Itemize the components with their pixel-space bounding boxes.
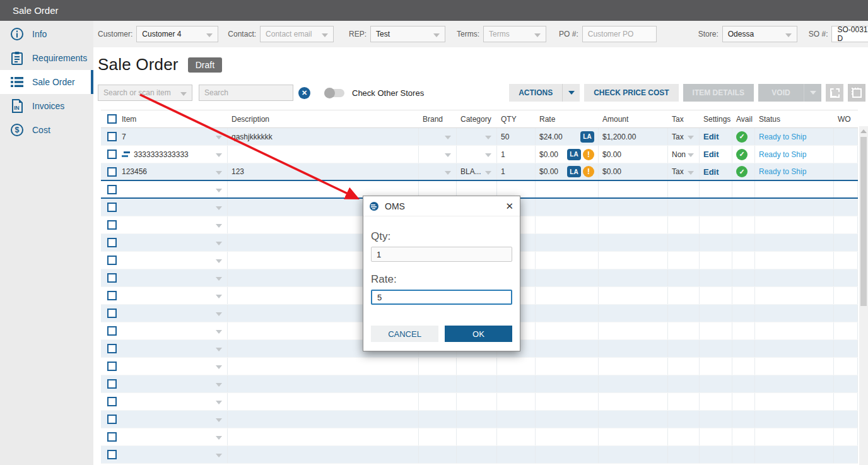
item-search-dropdown[interactable]: Search or scan item (98, 85, 192, 101)
row-checkbox[interactable] (107, 397, 117, 406)
item-dropdown[interactable]: 123456 (118, 163, 228, 180)
row-checkbox[interactable] (107, 362, 117, 371)
ok-button[interactable]: OK (445, 326, 512, 342)
tax-dropdown[interactable]: Tax (668, 163, 700, 180)
row-checkbox[interactable] (107, 273, 117, 283)
contact-dropdown[interactable]: Contact email (260, 26, 334, 42)
scroll-up-icon[interactable] (860, 129, 867, 133)
actions-button[interactable]: ACTIONS (509, 84, 562, 102)
row-checkbox[interactable] (107, 415, 117, 424)
scrollbar-thumb[interactable] (860, 137, 867, 306)
sidebar-item-invoices[interactable]: INInvoices (0, 94, 93, 118)
tax-dropdown[interactable]: Non (668, 146, 700, 163)
item-dropdown[interactable] (118, 375, 228, 392)
description-cell[interactable]: 123 (228, 163, 419, 180)
qty-cell[interactable]: 50 (497, 128, 536, 145)
qty-cell[interactable]: 1 (497, 146, 536, 163)
rate-field[interactable]: 5 (371, 290, 512, 305)
item-dropdown[interactable] (118, 446, 228, 463)
brand-dropdown[interactable] (419, 163, 457, 180)
row-checkbox[interactable] (107, 238, 117, 247)
layout-panel-button[interactable] (848, 84, 865, 102)
sidebar-item-requirements[interactable]: Requirements (0, 46, 93, 70)
rate-cell[interactable]: $24.00LA (536, 128, 599, 145)
row-checkbox[interactable] (107, 203, 117, 212)
row-checkbox[interactable] (107, 150, 117, 159)
so-input[interactable]: SO-0031318-D (831, 26, 868, 42)
rate-cell[interactable]: $0.00LA! (536, 163, 599, 180)
row-checkbox[interactable] (107, 344, 117, 353)
item-dropdown[interactable] (118, 340, 228, 357)
vertical-scrollbar[interactable] (859, 126, 868, 465)
qty-field[interactable]: 1 (371, 247, 512, 262)
actions-dropdown-button[interactable] (562, 84, 580, 102)
item-dropdown[interactable] (118, 199, 228, 216)
item-dropdown[interactable] (118, 287, 228, 304)
status-link[interactable]: Ready to Ship (759, 132, 806, 141)
row-checkbox[interactable] (107, 291, 117, 300)
edit-link[interactable]: Edit (703, 167, 719, 177)
check-other-stores-toggle[interactable] (324, 89, 344, 97)
store-dropdown[interactable]: Odessa (722, 26, 797, 42)
item-dropdown[interactable] (118, 393, 228, 410)
category-dropdown[interactable] (457, 128, 497, 145)
item-dropdown[interactable] (118, 428, 228, 445)
row-checkbox[interactable] (107, 256, 117, 265)
row-checkbox[interactable] (107, 220, 117, 230)
item-details-button[interactable]: ITEM DETAILS (683, 84, 754, 102)
check-price-cost-button[interactable]: CHECK PRICE COST (584, 84, 678, 102)
edit-link[interactable]: Edit (703, 150, 719, 159)
cancel-button[interactable]: CANCEL (371, 326, 438, 342)
void-dropdown-button[interactable] (804, 84, 821, 102)
status-link[interactable]: Ready to Ship (759, 150, 806, 159)
close-icon[interactable]: ✕ (505, 201, 513, 211)
sidebar-item-info[interactable]: Info (0, 22, 93, 46)
row-checkbox[interactable] (107, 432, 117, 442)
sidebar-item-cost[interactable]: $Cost (0, 118, 93, 142)
brand-dropdown[interactable] (419, 128, 457, 145)
terms-dropdown[interactable]: Terms (483, 26, 546, 42)
empty-cell (834, 375, 858, 392)
clear-search-button[interactable]: ✕ (298, 87, 310, 99)
search-input[interactable]: Search (199, 85, 293, 101)
row-checkbox[interactable] (107, 167, 117, 177)
item-dropdown[interactable]: 7 (118, 128, 228, 145)
select-all-checkbox[interactable] (107, 114, 117, 124)
status-link[interactable]: Ready to Ship (759, 167, 806, 176)
row-checkbox[interactable] (107, 450, 117, 459)
rate-cell[interactable]: $0.00LA! (536, 146, 599, 163)
row-checkbox[interactable] (107, 379, 117, 389)
edit-link[interactable]: Edit (703, 132, 719, 141)
dialog-titlebar[interactable]: OMS ✕ (363, 196, 520, 216)
qty-cell[interactable]: 1 (497, 163, 536, 180)
sidebar-item-sale-order[interactable]: Sale Order (0, 70, 93, 94)
row-checkbox[interactable] (107, 185, 117, 194)
category-dropdown[interactable]: BLA... (457, 163, 497, 180)
item-dropdown[interactable] (118, 181, 228, 197)
category-dropdown[interactable] (457, 146, 497, 163)
item-dropdown[interactable] (118, 216, 228, 233)
item-dropdown[interactable] (118, 234, 228, 251)
row-checkbox[interactable] (107, 309, 117, 318)
tax-dropdown[interactable]: Tax (668, 128, 700, 145)
empty-cell (599, 234, 668, 251)
row-checkbox[interactable] (107, 132, 117, 141)
item-dropdown[interactable] (118, 322, 228, 339)
item-dropdown[interactable] (118, 411, 228, 428)
item-dropdown[interactable] (118, 252, 228, 269)
void-button[interactable]: VOID (758, 84, 804, 102)
empty-cell (732, 411, 755, 428)
item-dropdown[interactable] (118, 305, 228, 322)
select-region-button[interactable] (826, 84, 843, 102)
item-dropdown[interactable] (118, 269, 228, 286)
customer-dropdown[interactable]: Customer 4 (136, 26, 218, 42)
description-cell[interactable] (228, 146, 419, 163)
rep-dropdown[interactable]: Test (370, 26, 445, 42)
brand-dropdown[interactable] (419, 146, 457, 163)
description-cell[interactable]: qashjkkkkkk (228, 128, 419, 145)
po-input[interactable]: Customer PO (582, 26, 657, 42)
item-dropdown[interactable]: 3333333333333 (118, 146, 228, 163)
select-all-cell (101, 110, 118, 128)
item-dropdown[interactable] (118, 358, 228, 375)
row-checkbox[interactable] (107, 326, 117, 336)
